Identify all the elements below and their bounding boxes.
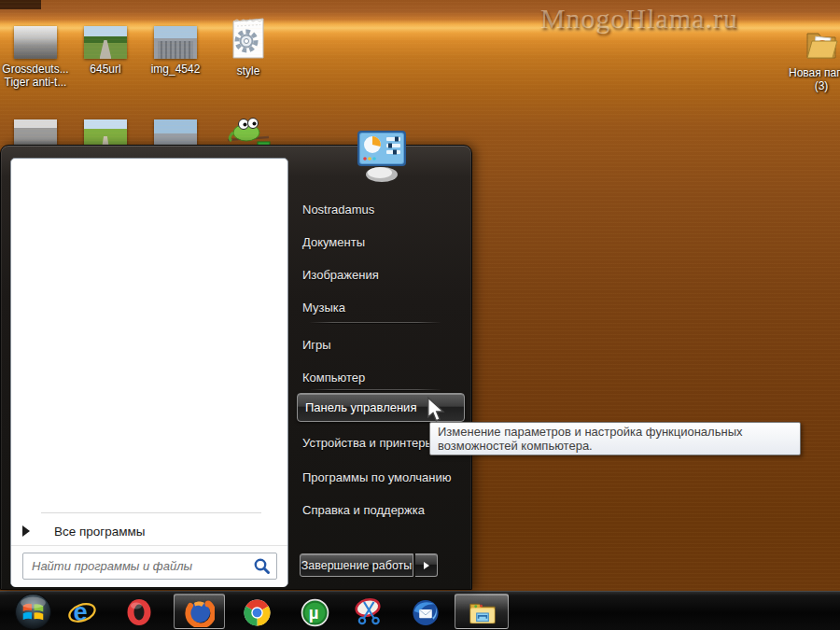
internet-explorer-icon[interactable]: e xyxy=(67,597,97,627)
desktop-icon-style[interactable]: style xyxy=(213,17,284,77)
start-menu-item-help-support[interactable]: Справка и поддержка xyxy=(302,500,465,519)
control-panel-icon xyxy=(352,129,412,185)
thunderbird-icon[interactable] xyxy=(411,597,441,627)
menu-separator xyxy=(309,322,441,324)
desktop-icon-img4542[interactable]: img_4542 xyxy=(140,26,211,76)
menu-separator xyxy=(309,389,441,391)
explorer-icon[interactable] xyxy=(468,597,497,627)
chrome-icon[interactable] xyxy=(242,597,272,627)
all-programs-arrow-icon xyxy=(22,525,30,537)
shutdown-button[interactable]: Завершение работы xyxy=(300,553,413,577)
desktop-icon-grossdeutschland[interactable]: Grossdeuts... Tiger anti-t... xyxy=(0,26,71,89)
desktop-icon-label-line2: Tiger anti-t... xyxy=(5,76,67,89)
watermark-text: MnogoHlama.ru xyxy=(439,3,840,35)
desktop-icon-label: img_4542 xyxy=(140,63,211,76)
arrow-right-icon xyxy=(424,562,429,569)
shutdown-options-arrow[interactable] xyxy=(415,553,438,577)
start-menu: Все программы xyxy=(0,145,472,590)
folder-icon xyxy=(784,26,840,63)
start-menu-item-music[interactable]: Музыка xyxy=(302,298,465,316)
start-menu-item-computer[interactable]: Компьютер xyxy=(302,368,465,386)
search-input[interactable] xyxy=(22,553,277,580)
desktop-icon-645url[interactable]: 645url xyxy=(70,26,141,76)
start-menu-item-pictures[interactable]: Изображения xyxy=(302,265,465,284)
new-folder-count: (3) xyxy=(784,79,840,92)
svg-text:µ: µ xyxy=(308,603,318,623)
scissors-capture-icon[interactable] xyxy=(352,597,387,627)
all-programs-button[interactable]: Все программы xyxy=(19,521,280,541)
start-menu-item-documents[interactable]: Документы xyxy=(302,232,465,251)
desktop-icon-new-folder[interactable]: Новая папка (3) xyxy=(784,26,840,92)
mouse-cursor xyxy=(426,397,445,427)
search-icon[interactable] xyxy=(253,557,271,579)
all-programs-separator xyxy=(41,512,261,513)
bw-photo-thumbnail xyxy=(14,26,57,59)
search-box xyxy=(22,553,277,580)
new-folder-label: Новая папка xyxy=(784,66,840,79)
desktop-icon-label: style xyxy=(213,64,284,77)
desktop-icon-label: 645url xyxy=(70,63,141,76)
taskbar: e µ xyxy=(0,591,840,630)
start-menu-item-default-programs[interactable]: Программы по умолчанию xyxy=(302,468,465,486)
start-menu-item-games[interactable]: Игры xyxy=(302,335,465,354)
road-photo-thumbnail xyxy=(84,26,127,59)
building-photo-thumbnail xyxy=(154,26,197,59)
start-menu-programs-panel: Все программы xyxy=(10,158,288,587)
desktop-icon-label: Grossdeuts... xyxy=(2,63,68,76)
tooltip: Изменение параметров и настройка функцио… xyxy=(429,422,801,455)
start-orb[interactable] xyxy=(13,592,52,630)
utorrent-icon[interactable]: µ xyxy=(300,597,329,627)
search-strip xyxy=(11,545,287,587)
start-menu-item-user[interactable]: Nostradamus xyxy=(302,200,465,218)
cutoff-icon-sliver xyxy=(0,0,41,9)
document-gear-icon xyxy=(213,17,284,61)
opera-icon[interactable] xyxy=(124,597,154,627)
all-programs-label: Все программы xyxy=(54,525,146,539)
firefox-icon[interactable] xyxy=(185,597,215,627)
